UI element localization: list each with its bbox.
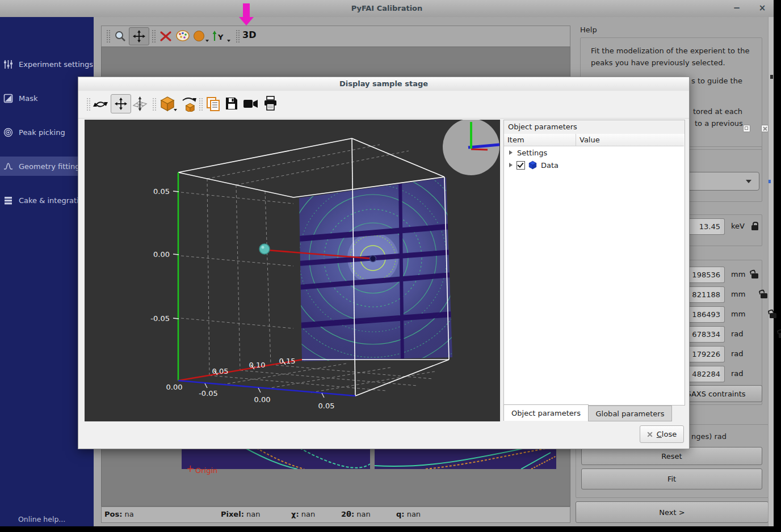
- sidebar-item-label: Mask: [19, 94, 37, 103]
- column-header-item[interactable]: Item: [504, 134, 576, 146]
- minimize-button[interactable]: −: [731, 0, 742, 16]
- poni1-input[interactable]: 821188: [685, 286, 723, 303]
- y-axis-dropdown-caret[interactable]: [227, 40, 230, 42]
- next-button[interactable]: Next >: [576, 501, 769, 523]
- unit-label: mm: [731, 310, 745, 318]
- help-fragment: s to guide the: [691, 77, 742, 85]
- video-record-icon[interactable]: [243, 99, 259, 109]
- pan-button[interactable]: [129, 27, 149, 45]
- float-panel-icon[interactable]: [743, 125, 750, 132]
- window-title: PyFAI Calibration: [0, 0, 774, 17]
- fit-button[interactable]: Fit: [581, 468, 762, 489]
- y-tick-label: 0.00: [153, 250, 170, 259]
- tree-row-settings[interactable]: Settings: [504, 146, 685, 159]
- tree-row-data[interactable]: Data: [504, 159, 685, 171]
- dialog-toolbar: [78, 91, 689, 119]
- object-parameters-panel: Object parameters Item Value Settings Da…: [503, 120, 685, 406]
- origin-marker-cross: +: [186, 463, 194, 474]
- energy-input[interactable]: 13.45: [685, 218, 723, 235]
- spin-buttons[interactable]: [720, 346, 725, 362]
- energy-unit: keV: [731, 222, 745, 230]
- close-x-icon: [762, 126, 767, 131]
- toolbar-grip[interactable]: [86, 98, 90, 111]
- pan-view-button[interactable]: [111, 94, 131, 113]
- plane-clip-icon[interactable]: [132, 96, 148, 111]
- toolbar-grip[interactable]: [152, 29, 156, 43]
- column-header-value[interactable]: Value: [576, 134, 684, 146]
- zoom-icon[interactable]: [114, 30, 127, 43]
- tab-global-parameters[interactable]: Global parameters: [588, 406, 672, 421]
- spin-buttons[interactable]: [720, 286, 725, 303]
- help-fragment: tored at each: [693, 107, 742, 116]
- panel-header: Object parameters: [504, 120, 685, 134]
- marker-dropdown-caret[interactable]: [205, 40, 209, 42]
- status-q: q: nan: [396, 510, 421, 518]
- view-3d-button[interactable]: 3D: [242, 29, 256, 40]
- sample-sphere-highlight: [262, 246, 264, 249]
- online-help-link[interactable]: Online help...: [18, 515, 65, 523]
- poni2-input[interactable]: 186493: [685, 306, 723, 323]
- energy-spin-buttons[interactable]: [720, 218, 725, 235]
- svg-text:Y: Y: [217, 33, 224, 41]
- toolbar-grip[interactable]: [106, 29, 110, 43]
- lock-icon[interactable]: [751, 273, 758, 278]
- dialog-close-label: Close: [657, 430, 677, 438]
- toolbar-grip[interactable]: [199, 98, 203, 111]
- scene-3d-view[interactable]: 0.05 0.00 -0.05 0.05 0.10 0.15 0.00 -0.0…: [85, 120, 500, 421]
- screen-edge-bottom: [0, 526, 781, 532]
- distance-input[interactable]: 198536: [685, 267, 723, 283]
- close-panel-icon[interactable]: [761, 125, 769, 132]
- colormap-palette-icon[interactable]: [175, 29, 190, 42]
- toolbar-grip[interactable]: [236, 29, 240, 43]
- spin-buttons[interactable]: [720, 306, 725, 323]
- rot3-input[interactable]: 482284: [685, 366, 723, 382]
- lock-icon[interactable]: [770, 313, 776, 318]
- spin-buttons[interactable]: [720, 326, 725, 343]
- lock-icon[interactable]: [761, 293, 767, 298]
- sample-stage-dialog: Display sample stage: [78, 77, 690, 449]
- rotate-scene-icon[interactable]: [180, 96, 196, 112]
- data-visibility-checkbox[interactable]: [517, 161, 525, 170]
- x-tick-label: 0.05: [212, 367, 229, 375]
- y-tick-label: -0.05: [150, 314, 170, 323]
- sidebar-item-label: Experiment settings: [19, 60, 93, 69]
- reset-button[interactable]: Reset: [581, 447, 762, 465]
- data-cube-icon: [528, 161, 538, 170]
- spin-buttons[interactable]: [720, 366, 725, 382]
- orientation-gizmo[interactable]: [443, 120, 499, 175]
- x-tick-label: 0.10: [249, 361, 266, 369]
- peak-curve-icon: [3, 162, 13, 171]
- marker-color-icon[interactable]: [194, 31, 204, 41]
- tab-object-parameters[interactable]: Object parameters: [503, 404, 589, 421]
- copy-snapshot-icon[interactable]: [205, 96, 220, 111]
- expand-arrow-icon[interactable]: [509, 150, 513, 155]
- save-icon[interactable]: [225, 96, 238, 111]
- print-icon[interactable]: [263, 96, 278, 111]
- remove-icon[interactable]: [159, 31, 172, 42]
- unit-label: mm: [731, 290, 745, 298]
- y-axis-scale-icon[interactable]: Y: [211, 30, 225, 43]
- dialog-close-button[interactable]: Close: [640, 425, 684, 443]
- expand-arrow-icon[interactable]: [509, 163, 513, 167]
- help-fragment: to a previous: [695, 119, 743, 128]
- bounding-box-caret[interactable]: [174, 109, 177, 111]
- status-pos: Pos: na: [104, 510, 134, 518]
- sidebar-item-label: Geometry fitting: [19, 162, 79, 171]
- ranges-label-fragment: nges) rad: [691, 432, 727, 441]
- spin-buttons[interactable]: [720, 267, 725, 283]
- tree-row-label: Settings: [517, 149, 547, 157]
- toolbar-grip[interactable]: [152, 98, 156, 111]
- dialog-title: Display sample stage: [78, 77, 689, 91]
- target-icon: [3, 128, 13, 137]
- rot1-input[interactable]: 678334: [685, 326, 723, 343]
- energy-lock-icon[interactable]: [751, 225, 758, 230]
- rotate-view-icon[interactable]: [93, 98, 108, 111]
- geometry-rows: 198536 mm 821188 mm 186493 mm 678334 rad…: [0, 0, 53, 9]
- close-button[interactable]: ×: [757, 0, 768, 16]
- lock-icon[interactable]: [779, 333, 781, 338]
- dialog-titlebar[interactable]: Display sample stage: [78, 77, 689, 91]
- sidebar-item-experiment-settings[interactable]: Experiment settings: [0, 54, 97, 74]
- unit-label: rad: [731, 349, 744, 358]
- annotation-arrow: [238, 3, 254, 26]
- rot2-input[interactable]: 179226: [685, 346, 723, 362]
